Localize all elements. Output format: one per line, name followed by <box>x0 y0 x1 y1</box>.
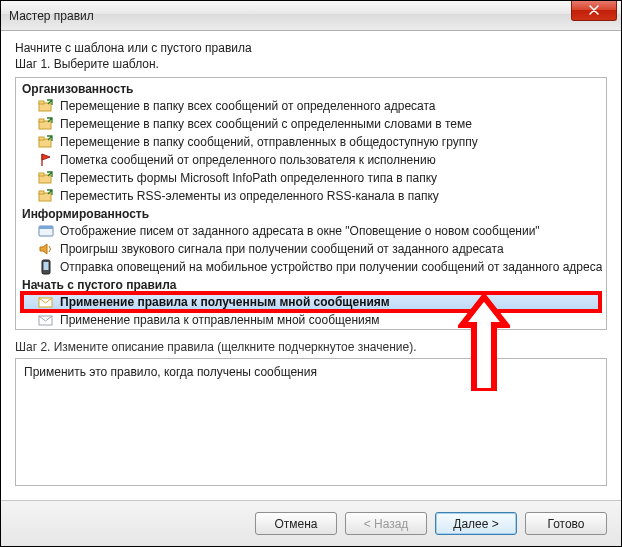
button-label: Готово <box>547 517 584 531</box>
move-folder-icon <box>38 188 54 204</box>
template-label: Перемещение в папку всех сообщений от оп… <box>60 99 436 113</box>
template-item[interactable]: Отображение писем от заданного адресата … <box>16 222 606 240</box>
template-label: Отправка оповещений на мобильное устройс… <box>60 260 602 274</box>
template-list: Организованность Перемещение в папку все… <box>15 77 607 330</box>
template-label: Перемещение в папку всех сообщений с опр… <box>60 117 472 131</box>
svg-rect-13 <box>44 262 49 270</box>
move-folder-icon <box>38 134 54 150</box>
template-item[interactable]: Переместить формы Microsoft InfoPath опр… <box>16 169 606 187</box>
rule-description-panel[interactable]: Применить это правило, когда получены со… <box>15 358 607 486</box>
close-icon <box>589 4 599 18</box>
template-label: Пометка сообщений от определенного польз… <box>60 153 436 167</box>
template-item-selected[interactable]: Применение правила к полученным мной соо… <box>22 293 600 311</box>
group-header-blank: Начать с пустого правила <box>16 276 606 293</box>
template-label: Переместить формы Microsoft InfoPath опр… <box>60 171 437 185</box>
close-button[interactable] <box>571 1 617 21</box>
mail-in-icon <box>38 294 54 310</box>
template-item[interactable]: Перемещение в папку всех сообщений от оп… <box>16 97 606 115</box>
mail-out-icon <box>38 312 54 328</box>
template-item[interactable]: Отправка оповещений на мобильное устройс… <box>16 258 606 276</box>
rule-description-text: Применить это правило, когда получены со… <box>24 365 317 379</box>
button-label: < Назад <box>364 517 409 531</box>
titlebar: Мастер правил <box>1 1 621 31</box>
button-label: Далее > <box>453 517 499 531</box>
group-header-org: Организованность <box>16 80 606 97</box>
template-label: Проигрыш звукового сигнала при получении… <box>60 242 504 256</box>
template-label: Переместить RSS-элементы из определенног… <box>60 189 439 203</box>
template-item[interactable]: Проигрыш звукового сигнала при получении… <box>16 240 606 258</box>
dialog-content: Начните с шаблона или с пустого правила … <box>1 31 621 486</box>
template-label: Применение правила к отправленным мной с… <box>60 313 380 327</box>
flag-icon <box>38 152 54 168</box>
step2-label: Шаг 2. Измените описание правила (щелкни… <box>15 340 607 354</box>
svg-rect-1 <box>39 101 44 104</box>
move-folder-icon <box>38 98 54 114</box>
template-item[interactable]: Перемещение в папку всех сообщений с опр… <box>16 115 606 133</box>
svg-rect-9 <box>39 191 44 194</box>
intro-text: Начните с шаблона или с пустого правила <box>15 41 607 55</box>
template-label: Применение правила к полученным мной соо… <box>60 295 390 309</box>
move-folder-icon <box>38 170 54 186</box>
template-label: Перемещение в папку сообщений, отправлен… <box>60 135 478 149</box>
template-item[interactable]: Пометка сообщений от определенного польз… <box>16 151 606 169</box>
template-label: Отображение писем от заданного адресата … <box>60 224 540 238</box>
template-item[interactable]: Переместить RSS-элементы из определенног… <box>16 187 606 205</box>
svg-rect-5 <box>39 137 44 140</box>
back-button[interactable]: < Назад <box>345 512 427 535</box>
move-folder-icon <box>38 116 54 132</box>
group-header-inform: Информированность <box>16 205 606 222</box>
alert-window-icon <box>38 223 54 239</box>
cancel-button[interactable]: Отмена <box>255 512 337 535</box>
sound-icon <box>38 241 54 257</box>
svg-rect-7 <box>39 173 44 176</box>
mobile-icon <box>38 259 54 275</box>
finish-button[interactable]: Готово <box>525 512 607 535</box>
svg-rect-11 <box>39 226 53 229</box>
template-item[interactable]: Применение правила к отправленным мной с… <box>16 311 606 329</box>
button-label: Отмена <box>274 517 317 531</box>
template-item[interactable]: Перемещение в папку сообщений, отправлен… <box>16 133 606 151</box>
next-button[interactable]: Далее > <box>435 512 517 535</box>
window-title: Мастер правил <box>9 9 94 23</box>
svg-rect-3 <box>39 119 44 122</box>
step1-label: Шаг 1. Выберите шаблон. <box>15 57 607 71</box>
button-bar: Отмена < Назад Далее > Готово <box>1 500 621 546</box>
